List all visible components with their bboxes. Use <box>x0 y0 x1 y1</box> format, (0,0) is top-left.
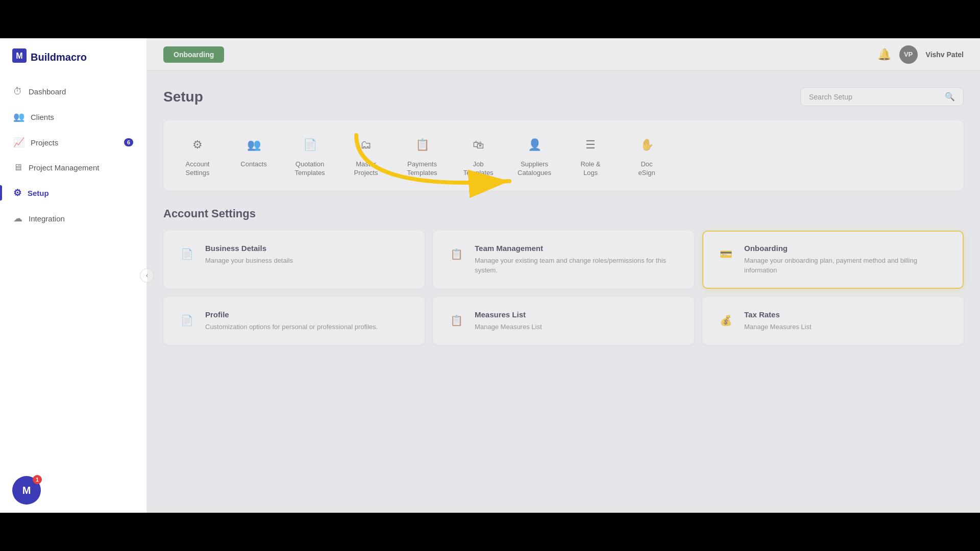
profile-desc: Customization options for personal or pr… <box>205 322 411 332</box>
dashboard-icon: ⏱ <box>13 86 22 97</box>
nav-icons-row: ⚙Account Settings👥Contacts📄Quotation Tem… <box>163 120 964 191</box>
sidebar-item-setup[interactable]: ⚙Setup <box>6 181 140 205</box>
logo-icon: M <box>12 48 27 66</box>
job-templates-icon: 🛍 <box>467 134 489 156</box>
nav-icon-label-suppliers-catalogues: Suppliers Catalogues <box>518 160 551 178</box>
search-box: 🔍 <box>800 87 964 106</box>
svg-text:M: M <box>16 52 22 60</box>
search-input[interactable] <box>809 93 940 101</box>
projects-icon: 📈 <box>13 137 24 148</box>
nav-icon-doc-esign[interactable]: ✋Doc eSign <box>619 129 675 183</box>
user-avatar[interactable]: VP <box>899 45 918 64</box>
project-management-icon: 🖥 <box>13 162 22 173</box>
card-measures-list[interactable]: 📋Measures ListManage Measures List <box>433 297 694 345</box>
notification-bell-icon[interactable]: 🔔 <box>877 48 891 61</box>
business-details-icon: 📄 <box>177 244 197 264</box>
card-tax-rates[interactable]: 💰Tax RatesManage Measures List <box>702 297 964 345</box>
main-content: Onboarding 🔔 VP Vishv Patel Setup 🔍 ⚙Ac <box>147 38 980 513</box>
section-title: Account Settings <box>163 207 964 220</box>
measures-list-title: Measures List <box>475 310 681 319</box>
team-management-icon: 📋 <box>446 244 467 264</box>
nav-icon-label-doc-esign: Doc eSign <box>638 160 655 178</box>
onboarding-title: Onboarding <box>744 244 950 253</box>
doc-esign-icon: ✋ <box>635 134 658 156</box>
sidebar: M Buildmacro ⏱Dashboard👥Clients📈Projects… <box>0 38 147 513</box>
sidebar-badge-projects: 6 <box>124 138 133 146</box>
header: Onboarding 🔔 VP Vishv Patel <box>147 38 980 71</box>
sidebar-bottom: M 1 <box>0 468 146 513</box>
team-management-title: Team Management <box>475 244 681 253</box>
contacts-icon: 👥 <box>242 134 265 156</box>
payments-templates-icon: 📋 <box>411 134 433 156</box>
sidebar-item-label-dashboard: Dashboard <box>29 87 66 96</box>
header-left: Onboarding <box>163 46 224 63</box>
nav-icon-contacts[interactable]: 👥Contacts <box>226 129 282 183</box>
sidebar-avatar-letter: M <box>22 485 31 496</box>
team-management-content: Team ManagementManage your existing team… <box>475 244 681 276</box>
quotation-templates-icon: 📄 <box>299 134 321 156</box>
header-right: 🔔 VP Vishv Patel <box>877 45 964 64</box>
cards-grid: 📄Business DetailsManage your business de… <box>163 231 964 345</box>
sidebar-item-label-projects: Projects <box>31 138 58 147</box>
nav-icon-master-projects[interactable]: 🗂Master Projects <box>338 129 394 183</box>
tax-rates-title: Tax Rates <box>744 310 950 319</box>
measures-list-content: Measures ListManage Measures List <box>475 310 681 332</box>
measures-list-desc: Manage Measures List <box>475 322 681 332</box>
sidebar-item-integration[interactable]: ☁Integration <box>6 207 140 230</box>
role-logs-icon: ☰ <box>579 134 602 156</box>
team-management-desc: Manage your existing team and change rol… <box>475 256 681 276</box>
sidebar-collapse-button[interactable]: ‹ <box>140 268 154 283</box>
sidebar-notification-badge: 1 <box>33 475 42 484</box>
card-business-details[interactable]: 📄Business DetailsManage your business de… <box>163 231 425 289</box>
sidebar-item-projects[interactable]: 📈Projects6 <box>6 131 140 154</box>
account-settings-icon: ⚙ <box>186 134 209 156</box>
onboarding-button[interactable]: Onboarding <box>163 46 224 63</box>
integration-icon: ☁ <box>13 213 22 224</box>
nav-icon-quotation-templates[interactable]: 📄Quotation Templates <box>282 129 338 183</box>
setup-icon: ⚙ <box>13 187 21 198</box>
nav-icon-role-logs[interactable]: ☰Role & Logs <box>562 129 619 183</box>
tax-rates-content: Tax RatesManage Measures List <box>744 310 950 332</box>
nav-icon-payments-templates[interactable]: 📋Payments Templates <box>394 129 450 183</box>
nav-icon-job-templates[interactable]: 🛍Job Templates <box>450 129 506 183</box>
card-team-management[interactable]: 📋Team ManagementManage your existing tea… <box>433 231 694 289</box>
app-logo: M Buildmacro <box>0 48 146 80</box>
profile-title: Profile <box>205 310 411 319</box>
measures-list-icon: 📋 <box>446 310 467 331</box>
clients-icon: 👥 <box>13 111 24 122</box>
onboarding-desc: Manage your onboarding plan, payment met… <box>744 256 950 276</box>
nav-icon-suppliers-catalogues[interactable]: 👤Suppliers Catalogues <box>506 129 562 183</box>
sidebar-item-project-management[interactable]: 🖥Project Management <box>6 156 140 179</box>
nav-icon-label-payments-templates: Payments Templates <box>407 160 437 178</box>
sidebar-item-dashboard[interactable]: ⏱Dashboard <box>6 80 140 103</box>
master-projects-icon: 🗂 <box>355 134 377 156</box>
content-area: Setup 🔍 ⚙Account Settings👥Contacts📄Quota… <box>147 71 980 513</box>
onboarding-icon: 💳 <box>716 244 736 264</box>
sidebar-nav: ⏱Dashboard👥Clients📈Projects6🖥Project Man… <box>0 80 146 230</box>
sidebar-item-label-clients: Clients <box>31 113 54 121</box>
page-header: Setup 🔍 <box>163 87 964 106</box>
nav-icon-label-quotation-templates: Quotation Templates <box>295 160 325 178</box>
tax-rates-desc: Manage Measures List <box>744 322 950 332</box>
business-details-content: Business DetailsManage your business det… <box>205 244 411 266</box>
nav-icon-label-master-projects: Master Projects <box>354 160 378 178</box>
search-icon: 🔍 <box>945 92 955 102</box>
user-name-label: Vishv Patel <box>926 51 964 59</box>
sidebar-item-label-setup: Setup <box>28 189 49 197</box>
active-indicator <box>0 185 2 201</box>
card-onboarding[interactable]: 💳OnboardingManage your onboarding plan, … <box>702 231 964 289</box>
nav-icon-label-role-logs: Role & Logs <box>580 160 600 178</box>
business-details-title: Business Details <box>205 244 411 253</box>
business-details-desc: Manage your business details <box>205 256 411 266</box>
profile-content: ProfileCustomization options for persona… <box>205 310 411 332</box>
sidebar-avatar-button[interactable]: M 1 <box>12 476 41 505</box>
nav-icon-label-job-templates: Job Templates <box>463 160 493 178</box>
sidebar-item-clients[interactable]: 👥Clients <box>6 105 140 129</box>
nav-icon-account-settings[interactable]: ⚙Account Settings <box>169 129 226 183</box>
tax-rates-icon: 💰 <box>716 310 736 331</box>
onboarding-content: OnboardingManage your onboarding plan, p… <box>744 244 950 276</box>
nav-icon-label-contacts: Contacts <box>240 160 266 169</box>
suppliers-catalogues-icon: 👤 <box>523 134 546 156</box>
card-profile[interactable]: 📄ProfileCustomization options for person… <box>163 297 425 345</box>
sidebar-item-label-integration: Integration <box>29 214 65 223</box>
